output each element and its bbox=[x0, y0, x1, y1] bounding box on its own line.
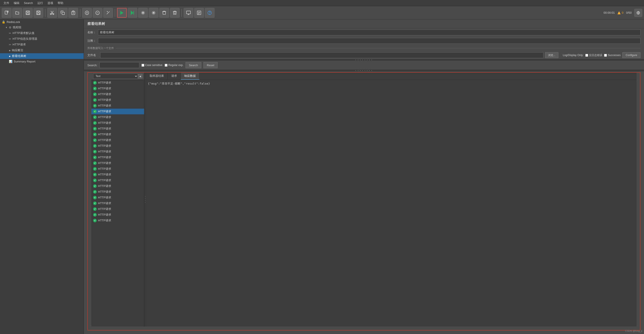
only-errors-check[interactable] bbox=[585, 54, 588, 57]
tree-node-label: HTTP请求 bbox=[98, 218, 111, 222]
new-button[interactable] bbox=[2, 8, 12, 18]
remove-button[interactable] bbox=[93, 8, 102, 18]
case-sensitive-check[interactable] bbox=[142, 64, 144, 67]
resize-handle-bottom[interactable]: • • • • • • • • bbox=[84, 70, 644, 71]
type-selector[interactable]: Text bbox=[93, 74, 138, 79]
regex-checkbox[interactable]: Regular exp. bbox=[165, 64, 184, 67]
tree-node[interactable]: HTTP请求 bbox=[91, 206, 144, 212]
copy-button[interactable] bbox=[58, 8, 68, 18]
tree-node[interactable]: HTTP请求 bbox=[91, 120, 144, 126]
search-button[interactable]: Search bbox=[186, 62, 201, 68]
menu-edit[interactable]: 编辑 bbox=[12, 1, 21, 6]
configure-button[interactable]: Configure bbox=[622, 52, 640, 58]
tree-node[interactable]: HTTP请求 bbox=[91, 183, 144, 189]
save-button[interactable] bbox=[23, 8, 33, 18]
content-area: 察看结果树 名称： 注释： 所有数据写入一个文件 文件名 浏览... Log/D… bbox=[84, 20, 644, 334]
sidebar-item-threadgroup[interactable]: ▼ ⚙ 线程组 bbox=[0, 24, 84, 30]
check-icon bbox=[93, 81, 97, 84]
tree-node[interactable]: HTTP请求 bbox=[91, 92, 144, 97]
tree-node[interactable]: HTTP请求 bbox=[91, 132, 144, 137]
play-button[interactable] bbox=[117, 8, 127, 18]
sidebar-label-http-request: HTTP请求 bbox=[12, 42, 26, 46]
sidebar-item-view-results[interactable]: ● 察看结果树 bbox=[0, 53, 84, 59]
tree-node[interactable]: HTTP请求 bbox=[91, 86, 144, 92]
help-button[interactable] bbox=[205, 8, 214, 18]
tree-node[interactable]: HTTP请求 bbox=[91, 126, 144, 132]
tree-node[interactable]: HTTP请求 bbox=[91, 80, 144, 86]
cut-button[interactable] bbox=[47, 8, 57, 18]
tree-node[interactable]: HTTP请求 bbox=[91, 166, 144, 172]
browse-button[interactable]: 浏览... bbox=[545, 52, 558, 58]
add-button[interactable] bbox=[82, 8, 92, 18]
clear2-button[interactable] bbox=[170, 8, 180, 18]
check-icon bbox=[93, 167, 97, 171]
case-sensitive-checkbox[interactable]: Case sensitive bbox=[142, 64, 162, 67]
sidebar-item-http-header[interactable]: ✂ HTTP信息头管理器 bbox=[0, 36, 84, 42]
menu-help[interactable]: 帮助 bbox=[56, 1, 65, 6]
tree-node-label: HTTP请求 bbox=[98, 156, 111, 160]
sidebar-label-threadgroup: 线程组 bbox=[13, 26, 22, 29]
scissors3-icon: ✂ bbox=[9, 43, 11, 46]
remote-button[interactable] bbox=[184, 8, 193, 18]
successes-check[interactable] bbox=[604, 54, 607, 57]
menu-options[interactable]: 选项 bbox=[46, 1, 55, 6]
sidebar-item-summary-report[interactable]: 📊 Summary Report bbox=[0, 59, 84, 64]
response-detail-panel: {"msg":"库存不足-熔断","result":false} bbox=[146, 80, 636, 326]
tree-node[interactable]: HTTP请求 bbox=[91, 189, 144, 195]
clear-button[interactable] bbox=[159, 8, 169, 18]
paste-button[interactable] bbox=[68, 8, 78, 18]
tree-node[interactable]: HTTP请求 bbox=[91, 160, 144, 166]
tree-node[interactable]: HTTP请求 bbox=[91, 137, 144, 143]
name-input[interactable] bbox=[98, 30, 640, 35]
successes-checkbox[interactable]: Successes bbox=[604, 54, 620, 57]
sidebar-item-http-request[interactable]: ✂ HTTP请求 bbox=[0, 42, 84, 48]
svg-rect-6 bbox=[37, 11, 39, 12]
open-button[interactable] bbox=[12, 8, 22, 18]
menu-file[interactable]: 文件 bbox=[2, 1, 11, 6]
tree-node-label: HTTP请求 bbox=[98, 196, 111, 200]
tree-node[interactable]: HTTP请求 bbox=[91, 103, 144, 108]
resize-handle-top[interactable]: • • • • • • • • bbox=[84, 59, 644, 61]
tree-node[interactable]: HTTP请求 bbox=[91, 178, 144, 183]
report-button[interactable] bbox=[194, 8, 204, 18]
tree-node[interactable]: HTTP请求 bbox=[91, 212, 144, 218]
tree-node[interactable]: HTTP请求 bbox=[91, 154, 144, 160]
resize-handle-vertical[interactable]: • • • • bbox=[144, 73, 146, 326]
menu-search[interactable]: Search bbox=[22, 1, 35, 5]
global-button[interactable] bbox=[634, 9, 642, 17]
sidebar-item-redislock[interactable]: 🔒 RedisLock bbox=[0, 20, 84, 24]
tab-response-data[interactable]: 响应数据 bbox=[181, 73, 200, 80]
tree-node[interactable]: HTTP请求 bbox=[91, 108, 144, 114]
regex-check[interactable] bbox=[165, 64, 168, 67]
check-icon bbox=[93, 196, 97, 199]
filename-label: 文件名 bbox=[88, 53, 98, 57]
tab-sampler-results[interactable]: 取样器结果 bbox=[146, 73, 168, 80]
filename-input[interactable] bbox=[100, 52, 543, 58]
collapse-button[interactable]: ◀ bbox=[138, 74, 142, 78]
tree-node-label: HTTP请求 bbox=[98, 115, 111, 119]
check-icon bbox=[93, 144, 97, 148]
tree-node[interactable]: HTTP请求 bbox=[91, 218, 144, 224]
tree-node[interactable]: HTTP请求 bbox=[91, 114, 144, 120]
check-icon bbox=[93, 202, 97, 205]
stop-button[interactable] bbox=[138, 8, 148, 18]
play2-button[interactable] bbox=[128, 8, 137, 18]
tree-node[interactable]: HTTP请求 bbox=[91, 200, 144, 206]
sidebar-item-response-assert[interactable]: ● 响应断言 bbox=[0, 48, 84, 53]
search-input[interactable] bbox=[100, 62, 139, 68]
tab-request[interactable]: 请求 bbox=[168, 73, 181, 80]
sidebar-item-http-default[interactable]: ✂ HTTP请求默认值 bbox=[0, 30, 84, 36]
comment-input[interactable] bbox=[98, 38, 640, 44]
tree-node[interactable]: HTTP请求 bbox=[91, 97, 144, 103]
wand-button[interactable] bbox=[103, 8, 113, 18]
stop2-button[interactable] bbox=[149, 8, 158, 18]
only-errors-checkbox[interactable]: 仅日志错误 bbox=[585, 54, 602, 57]
saveas-button[interactable]: + bbox=[34, 8, 43, 18]
tree-node[interactable]: HTTP请求 bbox=[91, 195, 144, 200]
menu-run[interactable]: 运行 bbox=[36, 1, 45, 6]
tree-node[interactable]: HTTP请求 bbox=[91, 143, 144, 149]
tree-node[interactable]: HTTP请求 bbox=[91, 149, 144, 154]
reset-button[interactable]: Reset bbox=[204, 62, 218, 68]
circle2-icon: ● bbox=[9, 54, 10, 58]
tree-node[interactable]: HTTP请求 bbox=[91, 172, 144, 178]
